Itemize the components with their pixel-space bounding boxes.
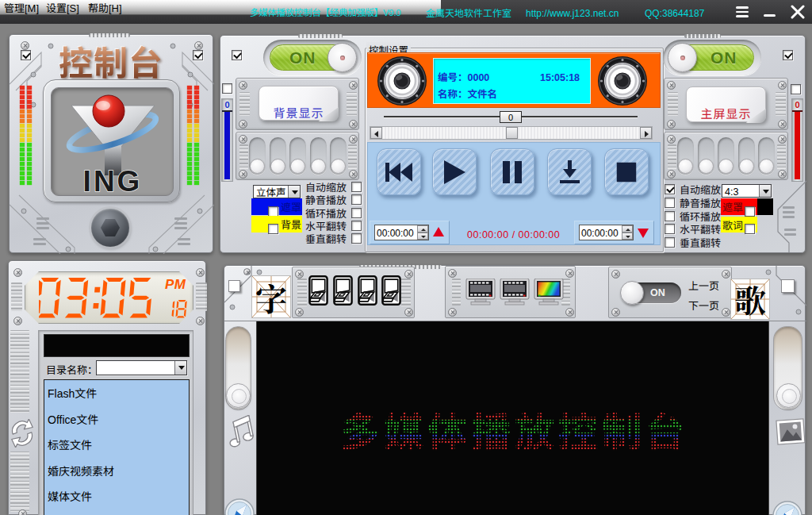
left-power-checkbox[interactable] — [232, 50, 242, 60]
vertical-slider[interactable] — [718, 137, 734, 175]
previous-button[interactable] — [377, 148, 421, 195]
channel-mode-select[interactable]: 立体声 — [253, 185, 301, 198]
main-display-button[interactable]: 主屏显示 — [686, 86, 766, 122]
vertical-slider[interactable] — [698, 137, 714, 175]
seek-scrollbar[interactable] — [370, 126, 653, 140]
lyrics-checkbox[interactable] — [745, 224, 755, 234]
left-power-knob[interactable] — [327, 43, 357, 72]
slider-knob[interactable] — [678, 159, 693, 174]
scroll-left-button[interactable] — [370, 127, 382, 139]
option-checkbox[interactable] — [665, 211, 675, 221]
scroll-right-button[interactable] — [640, 127, 652, 139]
left-gauge-checkbox[interactable] — [222, 83, 232, 94]
minimize-button[interactable] — [763, 0, 777, 24]
text-mode-button[interactable]: 字 — [251, 275, 291, 318]
console-right-checkbox[interactable] — [193, 50, 203, 60]
spin-down-icon[interactable] — [417, 233, 428, 240]
switch-icon[interactable] — [333, 275, 353, 306]
toolbar-right-checkbox[interactable] — [781, 279, 795, 293]
scrollbar-thumb[interactable] — [506, 127, 518, 139]
right-power-knob[interactable] — [668, 43, 697, 72]
navigate-button[interactable] — [772, 501, 802, 515]
background-checkbox[interactable] — [268, 224, 278, 234]
option-checkbox[interactable] — [665, 224, 675, 234]
spin-down-icon[interactable] — [622, 233, 633, 240]
library-item[interactable]: 标签文件 — [44, 432, 189, 458]
slider-knob[interactable] — [250, 159, 265, 174]
slider-knob[interactable] — [311, 159, 326, 174]
option-checkbox[interactable] — [351, 233, 362, 244]
right-stage-slider-knob[interactable] — [776, 383, 801, 408]
slider-knob[interactable] — [270, 159, 285, 174]
library-item[interactable]: Office文件 — [44, 406, 189, 432]
menu-manage[interactable]: 管理[M] — [4, 0, 39, 15]
vertical-slider[interactable] — [677, 137, 694, 175]
song-mode-button[interactable]: 歌 — [730, 279, 770, 320]
vertical-slider[interactable] — [310, 137, 327, 175]
slider-knob[interactable] — [739, 159, 754, 174]
start-time-spinner[interactable]: 00:00:00 — [374, 225, 429, 240]
vertical-slider[interactable] — [249, 137, 266, 175]
vertical-slider[interactable] — [289, 137, 306, 175]
option-checkbox[interactable] — [351, 182, 362, 192]
next-page-link[interactable]: 下一页 — [688, 298, 719, 313]
pause-button[interactable] — [490, 148, 534, 195]
navigate-button[interactable] — [224, 498, 255, 515]
mark-end-icon[interactable] — [638, 229, 649, 238]
monitor-icon[interactable] — [499, 279, 530, 307]
monitor-icon[interactable] — [465, 279, 496, 307]
mark-start-icon[interactable] — [433, 227, 444, 236]
console-knob[interactable] — [91, 209, 129, 247]
vertical-slider[interactable] — [270, 137, 286, 175]
slider-knob[interactable] — [718, 159, 733, 174]
right-gauge-checkbox[interactable] — [791, 84, 801, 94]
switch-icon[interactable] — [358, 275, 377, 306]
load-button[interactable] — [547, 148, 592, 195]
library-item[interactable]: 媒体文件 — [44, 483, 189, 509]
console-left-checkbox[interactable] — [21, 50, 31, 60]
option-checkbox[interactable] — [665, 184, 675, 194]
option-checkbox[interactable] — [351, 208, 362, 218]
library-item[interactable]: 婚庆视频素材 — [44, 458, 189, 484]
music-icon[interactable] — [225, 415, 257, 448]
slider-knob[interactable] — [759, 159, 774, 174]
option-checkbox[interactable] — [665, 198, 675, 208]
mask-color-swatch[interactable] — [757, 198, 773, 215]
library-list[interactable]: Flash文件Office文件标签文件婚庆视频素材媒体文件 — [44, 379, 190, 515]
toolbar-left-checkbox[interactable] — [228, 280, 240, 292]
stop-button[interactable] — [604, 148, 649, 195]
spin-up-icon[interactable] — [417, 225, 428, 233]
vertical-slider[interactable] — [738, 137, 755, 175]
refresh-icon[interactable] — [9, 419, 36, 448]
library-item[interactable]: Flash文件 — [44, 380, 189, 406]
dropdown-arrow-icon[interactable] — [759, 185, 771, 197]
slider-knob[interactable] — [699, 159, 714, 174]
option-checkbox[interactable] — [351, 221, 362, 231]
background-display-button[interactable]: 背景显示 — [259, 86, 339, 121]
prev-page-link[interactable]: 上一页 — [688, 278, 719, 293]
option-checkbox[interactable] — [351, 194, 362, 205]
mask2-checkbox[interactable] — [745, 206, 755, 217]
option-checkbox[interactable] — [665, 237, 675, 248]
slider-knob[interactable] — [331, 159, 346, 174]
vertical-slider[interactable] — [330, 137, 347, 175]
dropdown-arrow-icon[interactable] — [288, 186, 300, 198]
page-toggle-knob[interactable] — [620, 281, 644, 305]
play-button[interactable] — [432, 148, 477, 195]
picture-icon[interactable] — [775, 417, 806, 448]
right-power-checkbox[interactable] — [783, 50, 793, 60]
slider-knob[interactable] — [290, 159, 305, 174]
dropdown-arrow-icon[interactable] — [174, 361, 186, 375]
hamburger-menu-button[interactable] — [734, 0, 750, 24]
spin-up-icon[interactable] — [622, 225, 633, 233]
vertical-slider[interactable] — [758, 137, 775, 175]
close-button[interactable] — [790, 0, 806, 24]
directory-select[interactable] — [96, 360, 187, 375]
switch-icon[interactable] — [381, 275, 401, 306]
seek-slider-thumb[interactable]: 0 — [500, 111, 522, 123]
menu-help[interactable]: 帮助[H] — [88, 0, 122, 15]
switch-icon[interactable] — [308, 275, 328, 306]
menu-settings[interactable]: 设置[S] — [46, 0, 79, 15]
left-stage-slider-knob[interactable] — [226, 383, 251, 408]
aspect-ratio-select[interactable]: 4:3 — [722, 184, 772, 198]
